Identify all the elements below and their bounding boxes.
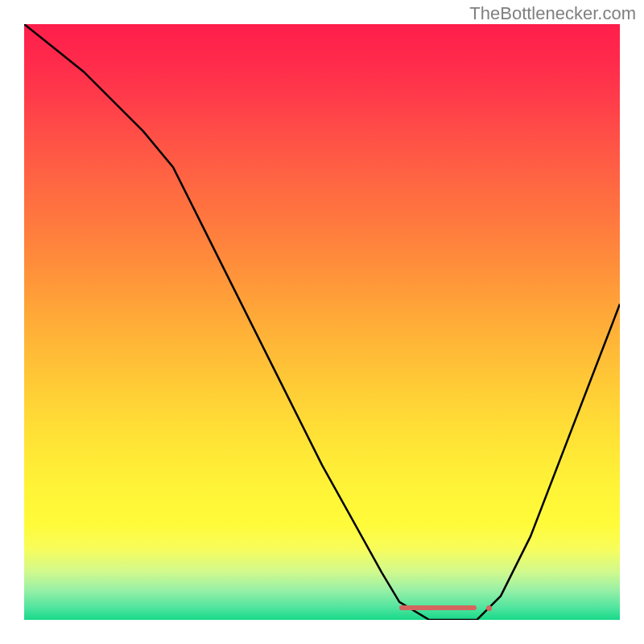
curve-svg [24, 24, 620, 620]
bottleneck-curve [24, 24, 620, 620]
chart-container: TheBottlenecker.com [0, 0, 644, 644]
optimal-range-marker [399, 605, 477, 610]
watermark-text: TheBottlenecker.com [469, 3, 636, 24]
optimal-range-dot [486, 605, 492, 611]
plot-area [24, 24, 620, 620]
